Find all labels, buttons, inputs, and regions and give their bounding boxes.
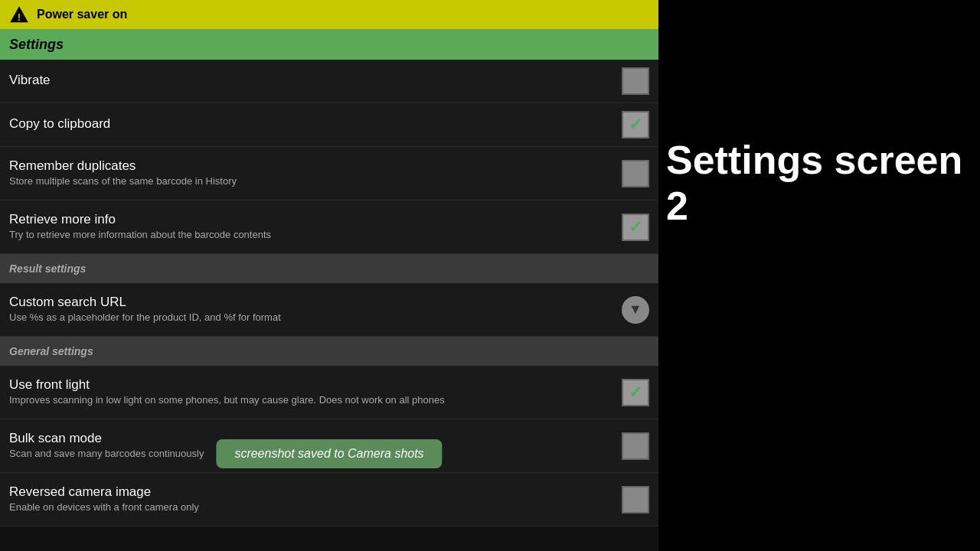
settings-screen-title: Settings screen 2 [666,138,980,230]
custom-search-title: Custom search URL [9,295,614,310]
vibrate-row[interactable]: Vibrate [0,60,658,103]
screenshot-toast: screenshot saved to Camera shots [216,439,442,468]
front-light-text: Use front light Improves scanning in low… [9,377,622,407]
remember-duplicates-desc: Store multiple scans of the same barcode… [9,175,614,188]
general-settings-header: General settings [0,337,658,366]
copy-clipboard-row[interactable]: Copy to clipboard ✓ [0,103,658,147]
settings-header-label: Settings [9,37,64,53]
copy-clipboard-checkmark: ✓ [629,115,642,135]
bulk-scan-checkbox[interactable] [622,432,649,460]
svg-text:!: ! [18,11,21,23]
retrieve-info-checkmark: ✓ [629,217,642,237]
result-settings-label: Result settings [9,262,86,275]
result-settings-header: Result settings [0,254,658,283]
front-light-row[interactable]: Use front light Improves scanning in low… [0,366,658,419]
copy-clipboard-title: Copy to clipboard [9,116,614,132]
copy-clipboard-checkbox[interactable]: ✓ [622,111,649,139]
remember-duplicates-text: Remember duplicates Store multiple scans… [9,158,622,188]
settings-header-bar: Settings [0,29,658,60]
retrieve-info-desc: Try to retrieve more information about t… [9,229,614,242]
remember-duplicates-row[interactable]: Remember duplicates Store multiple scans… [0,147,658,201]
remember-duplicates-title: Remember duplicates [9,158,614,174]
right-panel: Settings screen 2 [658,0,980,551]
remember-duplicates-checkbox[interactable] [622,160,649,187]
front-light-checkbox[interactable]: ✓ [622,379,649,406]
power-saver-text: Power saver on [37,8,127,21]
retrieve-info-text: Retrieve more info Try to retrieve more … [9,212,622,242]
reversed-camera-text: Reversed camera image Enable on devices … [9,484,622,514]
front-light-checkmark: ✓ [629,383,642,403]
power-saver-bar: ! Power saver on [0,0,658,29]
retrieve-info-title: Retrieve more info [9,212,614,227]
toast-text: screenshot saved to Camera shots [234,447,423,460]
custom-search-dropdown[interactable]: ▼ [622,296,649,324]
retrieve-info-checkbox[interactable]: ✓ [622,214,649,241]
retrieve-info-row[interactable]: Retrieve more info Try to retrieve more … [0,201,658,254]
reversed-camera-desc: Enable on devices with a front camera on… [9,501,614,514]
dropdown-arrow-icon: ▼ [629,302,642,318]
custom-search-desc: Use %s as a placeholder for the product … [9,311,614,324]
front-light-desc: Improves scanning in low light on some p… [9,394,614,407]
front-light-title: Use front light [9,377,614,393]
custom-search-text: Custom search URL Use %s as a placeholde… [9,295,622,324]
custom-search-row[interactable]: Custom search URL Use %s as a placeholde… [0,283,658,337]
vibrate-checkbox[interactable] [622,67,649,95]
warning-icon: ! [9,5,29,24]
reversed-camera-row[interactable]: Reversed camera image Enable on devices … [0,473,658,527]
copy-clipboard-text: Copy to clipboard [9,116,622,133]
reversed-camera-title: Reversed camera image [9,484,614,500]
reversed-camera-checkbox[interactable] [622,486,649,514]
general-settings-label: General settings [9,345,93,357]
vibrate-title: Vibrate [9,73,614,88]
left-panel: ! Power saver on Settings Vibrate Copy t… [0,0,658,551]
vibrate-text: Vibrate [9,73,622,90]
